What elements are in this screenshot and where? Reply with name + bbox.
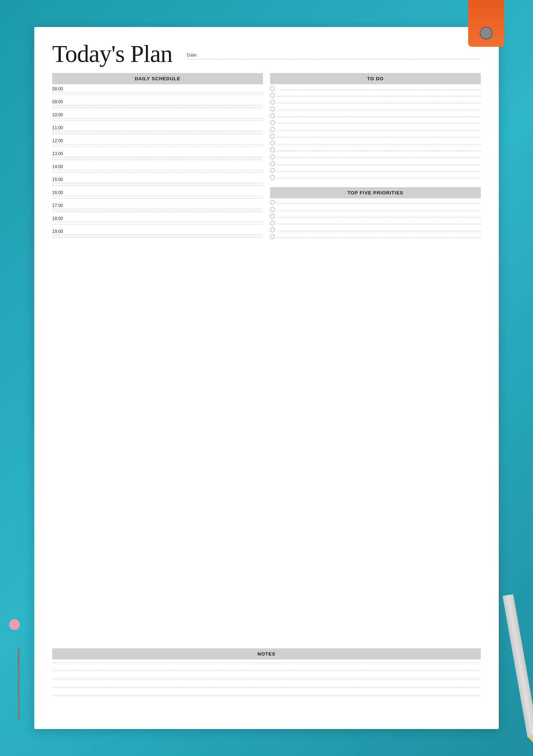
priority-line-1[interactable] xyxy=(278,203,481,204)
time-label-0900: 09:00 xyxy=(52,99,263,104)
todo-checkbox-8[interactable] xyxy=(270,134,275,139)
todo-line-6[interactable] xyxy=(278,123,481,124)
todo-line-7[interactable] xyxy=(278,130,481,131)
todo-checkbox-3[interactable] xyxy=(270,100,275,104)
notes-line-1[interactable] xyxy=(52,662,481,663)
todo-line-8[interactable] xyxy=(278,137,481,138)
priority-checkbox-6[interactable] xyxy=(270,234,275,239)
date-area: Date xyxy=(187,41,481,59)
time-line-1500a[interactable] xyxy=(52,183,263,183)
todo-line-4[interactable] xyxy=(278,110,481,110)
todo-checkbox-12[interactable] xyxy=(270,161,275,166)
todo-checkbox-11[interactable] xyxy=(270,154,275,159)
time-line-1800a[interactable] xyxy=(52,222,263,222)
todo-checkbox-10[interactable] xyxy=(270,148,275,152)
todo-checkbox-2[interactable] xyxy=(270,93,275,98)
todo-line-9[interactable] xyxy=(278,144,481,144)
time-line-1100b[interactable] xyxy=(52,134,263,134)
todo-checkbox-4[interactable] xyxy=(270,107,275,111)
time-line-1400a[interactable] xyxy=(52,170,263,170)
time-line-1600a[interactable] xyxy=(52,196,263,196)
todo-line-10[interactable] xyxy=(278,151,481,151)
time-line-1300a[interactable] xyxy=(52,157,263,157)
todo-line-3[interactable] xyxy=(278,103,481,103)
time-slot-1900: 19:00 xyxy=(52,227,263,238)
time-slot-1200: 12:00 xyxy=(52,136,263,147)
time-line-1200a[interactable] xyxy=(52,144,263,144)
time-label-1600: 16:00 xyxy=(52,190,263,195)
priority-line-6[interactable] xyxy=(278,238,481,238)
time-slot-1000: 10:00 xyxy=(52,110,263,121)
todo-checkbox-9[interactable] xyxy=(270,141,275,145)
priority-line-4[interactable] xyxy=(278,224,481,224)
todo-checkbox-7[interactable] xyxy=(270,127,275,132)
time-line-0900b[interactable] xyxy=(52,108,263,108)
priority-checkbox-2[interactable] xyxy=(270,207,275,212)
notes-line-3[interactable] xyxy=(52,679,481,679)
notes-line-2[interactable] xyxy=(52,671,481,671)
time-label-1500: 15:00 xyxy=(52,177,263,182)
time-line-1500b[interactable] xyxy=(52,185,263,186)
todo-item-9 xyxy=(270,139,481,146)
time-slot-1400: 14:00 xyxy=(52,162,263,173)
date-input-line[interactable] xyxy=(187,59,481,59)
priority-item-2 xyxy=(270,205,481,212)
time-line-1400b[interactable] xyxy=(52,172,263,173)
time-slot-1800: 18:00 xyxy=(52,214,263,225)
time-line-1700a[interactable] xyxy=(52,209,263,209)
time-line-1200b[interactable] xyxy=(52,147,263,147)
time-line-1700b[interactable] xyxy=(52,211,263,212)
priority-line-5[interactable] xyxy=(278,231,481,231)
todo-checkbox-6[interactable] xyxy=(270,120,275,125)
time-line-1600b[interactable] xyxy=(52,198,263,199)
time-line-1800b[interactable] xyxy=(52,224,263,225)
time-slot-0800: 08:00 xyxy=(52,84,263,95)
priority-checkbox-4[interactable] xyxy=(270,221,275,225)
todo-item-11 xyxy=(270,153,481,159)
todo-checkbox-1[interactable] xyxy=(270,86,275,91)
plant-decoration xyxy=(4,612,36,720)
time-line-1000a[interactable] xyxy=(52,118,263,118)
time-line-1900a[interactable] xyxy=(52,235,263,235)
todo-item-12 xyxy=(270,159,481,166)
priority-checkbox-1[interactable] xyxy=(270,200,275,205)
time-line-1000b[interactable] xyxy=(52,121,263,121)
time-line-1900b[interactable] xyxy=(52,237,263,238)
todo-line-2[interactable] xyxy=(278,96,481,96)
time-line-1100a[interactable] xyxy=(52,131,263,131)
notes-line-5[interactable] xyxy=(52,696,481,696)
todo-line-11[interactable] xyxy=(278,158,481,158)
priorities-section: TOP FIVE PRIORITIES xyxy=(270,187,481,239)
todo-item-4 xyxy=(270,105,481,112)
todo-line-13[interactable] xyxy=(278,171,481,172)
priority-line-3[interactable] xyxy=(278,217,481,217)
planner-page: Today's Plan Date DAILY SCHEDULE 08:00 0… xyxy=(34,27,499,729)
todo-item-6 xyxy=(270,118,481,125)
priority-line-2[interactable] xyxy=(278,210,481,211)
priority-item-1 xyxy=(270,198,481,205)
time-line-0800a[interactable] xyxy=(52,92,263,93)
todo-line-12[interactable] xyxy=(278,165,481,165)
content-area: DAILY SCHEDULE 08:00 09:00 10:00 xyxy=(52,73,481,707)
priority-checkbox-3[interactable] xyxy=(270,214,275,219)
todo-section: TO DO xyxy=(270,73,481,180)
time-line-0900a[interactable] xyxy=(52,105,263,105)
todo-line-14[interactable] xyxy=(278,178,481,179)
priority-checkbox-5[interactable] xyxy=(270,228,275,232)
time-label-1700: 17:00 xyxy=(52,203,263,208)
time-line-1300b[interactable] xyxy=(52,159,263,160)
todo-checkbox-13[interactable] xyxy=(270,168,275,173)
time-label-1800: 18:00 xyxy=(52,216,263,221)
todo-checkbox-5[interactable] xyxy=(270,113,275,118)
sharpener-decoration xyxy=(468,0,504,47)
time-slot-1100: 11:00 xyxy=(52,123,263,134)
daily-schedule-header: DAILY SCHEDULE xyxy=(52,73,263,84)
notes-line-4[interactable] xyxy=(52,687,481,688)
time-line-0800b[interactable] xyxy=(52,95,263,95)
todo-line-1[interactable] xyxy=(278,89,481,90)
todo-line-5[interactable] xyxy=(278,117,481,117)
todo-checkbox-14[interactable] xyxy=(270,175,275,180)
priority-item-6 xyxy=(270,233,481,239)
right-column: TO DO xyxy=(270,73,481,641)
page-title: Today's Plan xyxy=(52,41,173,66)
